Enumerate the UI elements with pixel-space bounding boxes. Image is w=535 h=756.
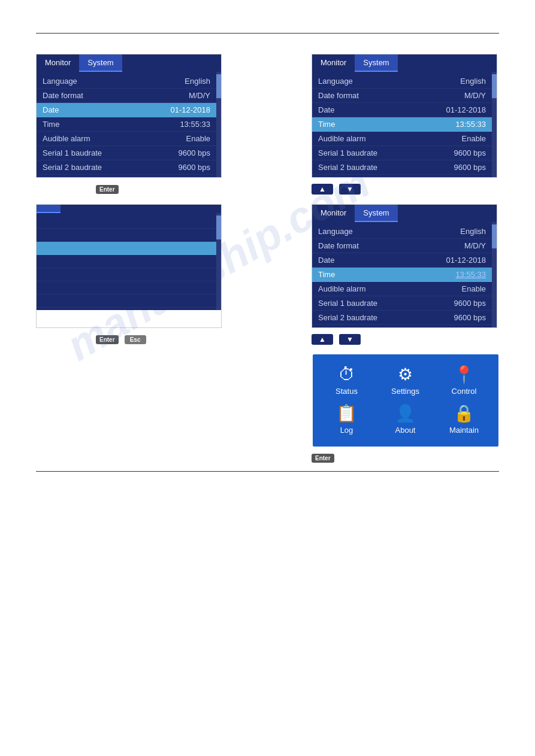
tab-system-tr[interactable]: System (355, 54, 397, 72)
row-6-ml (37, 281, 216, 294)
enter-key-1[interactable]: Enter (96, 185, 119, 194)
maintain-icon: 🔒 (454, 405, 474, 422)
arrow-down-key-2[interactable]: ▼ (339, 334, 361, 345)
log-label: Log (340, 426, 353, 435)
row-audible-tr: Audible alarm Enable (312, 132, 492, 146)
about-label: About (395, 426, 416, 435)
row-serial1-mr: Serial 1 baudrate 9600 bps (312, 296, 492, 311)
row-3-ml[interactable] (37, 242, 216, 255)
scrollbar-mr (492, 222, 497, 327)
row-7-ml (37, 294, 216, 308)
panel-body-tr: Language English Date format M/D/Y Date … (312, 72, 497, 177)
row-serial2-mr: Serial 2 baudrate 9600 bps (312, 311, 492, 325)
row-audible-tl: Audible alarm Enable (37, 132, 216, 146)
panel-body-ml (37, 213, 221, 310)
tab-monitor-tr[interactable]: Monitor (312, 54, 355, 72)
row-language-tl: Language English (37, 74, 216, 89)
panel-body-tl: Language English Date format M/D/Y Date … (37, 72, 221, 177)
row-5-ml (37, 268, 216, 281)
menu-item-about[interactable]: 👤 About (381, 405, 430, 435)
tab-monitor-tl[interactable]: Monitor (37, 54, 79, 72)
bottom-rule (36, 471, 499, 472)
row-serial1-tr: Serial 1 baudrate 9600 bps (312, 146, 492, 160)
row-time-tr[interactable]: Time 13:55:33 (312, 117, 492, 132)
row-audible-mr: Audible alarm Enable (312, 282, 492, 296)
scrollbar-thumb-ml (216, 215, 221, 239)
tab-monitor-mr[interactable]: Monitor (312, 205, 355, 222)
enter-key-3[interactable]: Enter (312, 454, 334, 463)
panel-mid-right: Monitor System Language English Date for… (312, 204, 497, 328)
menu-item-settings[interactable]: ⚙ Settings (381, 366, 430, 396)
panel-tabs-tr: Monitor System (312, 54, 497, 72)
control-icon: 📍 (454, 366, 474, 383)
status-label: Status (335, 387, 358, 396)
row-serial2-tr: Serial 2 baudrate 9600 bps (312, 160, 492, 175)
row-dateformat-mr: Date format M/D/Y (312, 239, 492, 253)
scrollbar-tl (216, 72, 221, 177)
panel-rows-ml (37, 213, 216, 310)
tab-system-tl[interactable]: System (79, 54, 122, 72)
panel-mid-left (36, 204, 222, 328)
settings-icon: ⚙ (398, 366, 413, 383)
control-label: Control (452, 387, 477, 396)
row-1-ml (37, 215, 216, 229)
arrow-down-key-1[interactable]: ▼ (339, 184, 361, 195)
row-dateformat-tr: Date format M/D/Y (312, 89, 492, 103)
row-date-tr: Date 01-12-2018 (312, 103, 492, 117)
status-icon: ⏱ (338, 366, 355, 383)
row-date-tl[interactable]: Date 01-12-2018 (37, 103, 216, 117)
row-4-ml (37, 255, 216, 268)
row-serial1-tl: Serial 1 baudrate 9600 bps (37, 146, 216, 160)
panel-tabs-ml (37, 205, 221, 213)
row-serial2-tl: Serial 2 baudrate 9600 bps (37, 160, 216, 175)
esc-key-2[interactable]: Esc (125, 335, 146, 344)
tab-system-mr[interactable]: System (355, 205, 397, 222)
top-rule (36, 33, 499, 34)
tab-1-ml[interactable] (37, 205, 61, 213)
panel-rows-mr: Language English Date format M/D/Y Date … (312, 222, 492, 327)
maintain-label: Maintain (449, 426, 479, 435)
arrow-up-key-2[interactable]: ▲ (312, 334, 333, 345)
panel-top-left: Monitor System Language English Date for… (36, 54, 222, 178)
scrollbar-thumb-tr (492, 74, 497, 98)
row-date-mr: Date 01-12-2018 (312, 253, 492, 268)
menu-item-maintain[interactable]: 🔒 Maintain (440, 405, 489, 435)
panel-rows-tl: Language English Date format M/D/Y Date … (37, 72, 216, 177)
row-time-mr[interactable]: Time 13:55:33 (312, 268, 492, 282)
panel-rows-tr: Language English Date format M/D/Y Date … (312, 72, 492, 177)
main-menu: ⏱ Status ⚙ Settings 📍 Control 📋 Log (313, 354, 498, 447)
panel-tabs-top-left: Monitor System (37, 54, 221, 72)
panel-tabs-mr: Monitor System (312, 205, 497, 222)
row-dateformat-tl: Date format M/D/Y (37, 89, 216, 103)
row-2-ml (37, 229, 216, 242)
about-icon: 👤 (395, 405, 416, 422)
time-value-underline: 13:55:33 (455, 270, 486, 279)
scrollbar-ml (216, 213, 221, 310)
panel-body-mr: Language English Date format M/D/Y Date … (312, 222, 497, 327)
row-language-mr: Language English (312, 224, 492, 239)
scrollbar-tr (492, 72, 497, 177)
tab-2-ml[interactable] (61, 205, 84, 213)
scrollbar-thumb-tl (216, 74, 221, 98)
row-time-tl: Time 13:55:33 (37, 117, 216, 132)
row-language-tr: Language English (312, 74, 492, 89)
arrow-up-key-1[interactable]: ▲ (312, 184, 333, 195)
menu-item-status[interactable]: ⏱ Status (322, 366, 371, 396)
panel-top-right: Monitor System Language English Date for… (312, 54, 497, 178)
menu-item-control[interactable]: 📍 Control (440, 366, 489, 396)
settings-label: Settings (391, 387, 419, 396)
scrollbar-thumb-mr (492, 224, 497, 248)
log-icon: 📋 (336, 405, 357, 422)
menu-grid: ⏱ Status ⚙ Settings 📍 Control 📋 Log (322, 366, 489, 435)
menu-item-log[interactable]: 📋 Log (322, 405, 371, 435)
enter-key-2[interactable]: Enter (96, 335, 119, 344)
